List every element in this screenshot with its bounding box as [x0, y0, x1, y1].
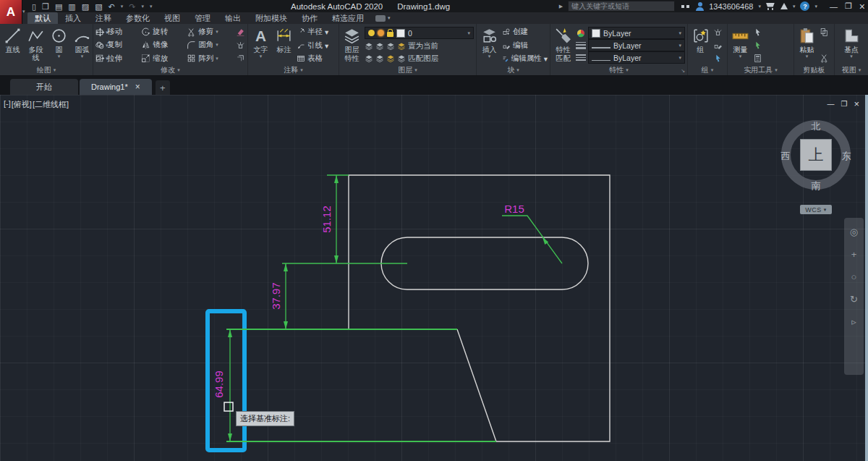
account-id[interactable]: 1343606468: [709, 2, 753, 11]
tab-close-icon[interactable]: ×: [135, 82, 140, 92]
move-button[interactable]: 移动: [95, 27, 137, 37]
app-logo[interactable]: A: [0, 0, 22, 24]
group-edit-button[interactable]: [713, 41, 723, 50]
ribbon-tab-manage[interactable]: 管理: [187, 12, 218, 24]
help-caret-icon[interactable]: ▾: [814, 4, 817, 9]
lineweight-dropdown[interactable]: ByLayer▾: [588, 39, 685, 51]
trim-caret-icon[interactable]: ▾: [216, 29, 218, 35]
file-tab-drawing1[interactable]: Drawing1*×: [80, 79, 152, 95]
leader-button[interactable]: 引线▾: [297, 41, 336, 51]
line-button[interactable]: 直线: [2, 25, 23, 65]
panel-label-group[interactable]: 组▾: [688, 65, 727, 75]
app-store-cart-icon[interactable]: [766, 3, 775, 10]
window-restore-button[interactable]: ❐: [845, 1, 852, 11]
panel-label-properties[interactable]: 特性▾↘: [550, 65, 687, 75]
lineweight-icon[interactable]: [576, 42, 586, 49]
nav-orbit-icon[interactable]: ↻: [850, 294, 858, 305]
layer-dropdown[interactable]: 0 ▾: [365, 27, 474, 39]
layer-tool-icon[interactable]: [397, 42, 406, 51]
arc-caret-icon[interactable]: ▾: [81, 54, 84, 59]
mirror-button[interactable]: 镜像: [141, 40, 183, 50]
autodesk-caret-icon[interactable]: ▾: [793, 4, 796, 9]
explode-button[interactable]: [236, 41, 245, 50]
save-icon[interactable]: ▤: [55, 3, 62, 10]
match-properties-button[interactable]: 特性匹配: [553, 25, 574, 65]
ribbon-tab-default[interactable]: 默认: [27, 12, 58, 24]
base-view-button[interactable]: 基点▾: [841, 25, 862, 65]
measure-caret-icon[interactable]: ▾: [739, 54, 742, 59]
panel-label-annotate[interactable]: 注释▾: [248, 65, 339, 75]
undo-caret-icon[interactable]: ▾: [121, 4, 124, 9]
circle-button[interactable]: 圆▾: [48, 25, 69, 65]
leader-caret-icon[interactable]: ▾: [325, 41, 328, 50]
ribbon-display-caret-icon[interactable]: ▾: [388, 15, 391, 21]
drawing-restore-button[interactable]: ❐: [841, 100, 847, 108]
search-collapse-icon[interactable]: ▶: [559, 4, 563, 9]
paste-caret-icon[interactable]: ▾: [806, 54, 809, 59]
text-button[interactable]: 文字▾: [250, 25, 271, 65]
open-file-icon[interactable]: ❒: [42, 3, 49, 10]
layer-color-swatch[interactable]: [396, 29, 405, 38]
panel-label-draw[interactable]: 绘图▾: [0, 65, 93, 75]
radius-button[interactable]: 半径▾: [297, 27, 336, 37]
ribbon-tab-annotate[interactable]: 注释: [88, 12, 119, 24]
drawing-canvas[interactable]: 51.12 37.97 64.99 R15 [-] [俯视] [二维线框] — …: [0, 95, 868, 461]
viewport-style-control[interactable]: [二维线框]: [33, 99, 69, 110]
new-drawing-tab-button[interactable]: +: [156, 80, 170, 95]
ribbon-tab-insert[interactable]: 插入: [58, 12, 88, 24]
match-layer-button[interactable]: 匹配图层: [408, 54, 438, 64]
ribbon-tab-output[interactable]: 输出: [218, 12, 248, 24]
plot-icon[interactable]: ▨: [82, 3, 89, 10]
layer-lock-icon[interactable]: [387, 32, 393, 37]
panel-label-clipboard[interactable]: 剪贴板: [794, 65, 834, 75]
circle-caret-icon[interactable]: ▾: [58, 54, 61, 59]
ribbon-tab-collaborate[interactable]: 协作: [294, 12, 325, 24]
ribbon-tab-view[interactable]: 视图: [157, 12, 187, 24]
polyline-button[interactable]: 多段线: [25, 25, 46, 65]
layer-tool-icon[interactable]: [386, 54, 395, 63]
viewcube-west[interactable]: 西: [779, 150, 792, 163]
viewcube-top-face[interactable]: 上: [800, 139, 832, 171]
autodesk-mark-icon[interactable]: [780, 3, 788, 9]
trim-button[interactable]: 修剪▾: [187, 27, 234, 37]
arc-button[interactable]: 圆弧▾: [72, 25, 93, 65]
copy-button[interactable]: 复制: [95, 40, 137, 50]
layer-tool-icon[interactable]: [375, 42, 384, 51]
base-view-caret-icon[interactable]: ▾: [850, 54, 853, 59]
array-caret-icon[interactable]: ▾: [216, 56, 218, 62]
file-tab-start[interactable]: 开始: [10, 79, 78, 95]
layer-tool-icon[interactable]: [386, 42, 395, 51]
layer-tool-icon[interactable]: [365, 54, 373, 63]
fillet-button[interactable]: 圆角▾: [187, 40, 234, 50]
undo-icon[interactable]: ↶: [109, 3, 115, 10]
redo-caret-icon[interactable]: ▾: [142, 4, 145, 9]
set-current-button[interactable]: 置为当前: [408, 41, 438, 51]
ribbon-display-icon[interactable]: [375, 15, 386, 22]
new-file-icon[interactable]: ▯: [32, 3, 36, 10]
object-color-dropdown[interactable]: ByLayer▾: [588, 27, 685, 39]
ribbon-tab-featured-apps[interactable]: 精选应用: [325, 12, 371, 24]
nav-pan-icon[interactable]: +: [851, 249, 857, 260]
measure-button[interactable]: 测量▾: [730, 25, 751, 65]
account-caret-icon[interactable]: ▾: [758, 4, 761, 9]
stretch-button[interactable]: 拉伸: [95, 54, 137, 64]
paste-button[interactable]: 粘贴▾: [796, 25, 817, 65]
text-caret-icon[interactable]: ▾: [260, 54, 263, 59]
rotate-button[interactable]: 旋转: [141, 27, 183, 37]
redo-icon[interactable]: ↷: [129, 3, 135, 10]
panel-label-layers[interactable]: 图层▾: [339, 65, 476, 75]
layer-dropdown-caret-icon[interactable]: ▾: [467, 30, 470, 36]
drawing-close-button[interactable]: ×: [854, 98, 859, 109]
help-icon[interactable]: ?: [800, 1, 809, 11]
viewport-minimize-control[interactable]: [-]: [4, 99, 11, 110]
user-avatar-icon[interactable]: [696, 2, 704, 11]
panel-label-modify[interactable]: 修改▾: [93, 65, 247, 75]
viewcube-north[interactable]: 北: [809, 120, 822, 133]
dimension-button[interactable]: 标注: [273, 25, 294, 65]
insert-block-button[interactable]: 插入▾: [479, 25, 500, 65]
panel-label-utilities[interactable]: 实用工具▾: [728, 65, 793, 75]
linetype-dropdown[interactable]: ByLayer▾: [588, 51, 685, 64]
search-input[interactable]: [568, 1, 675, 12]
color-wheel-icon[interactable]: [576, 28, 586, 38]
array-button[interactable]: 阵列▾: [187, 54, 234, 64]
